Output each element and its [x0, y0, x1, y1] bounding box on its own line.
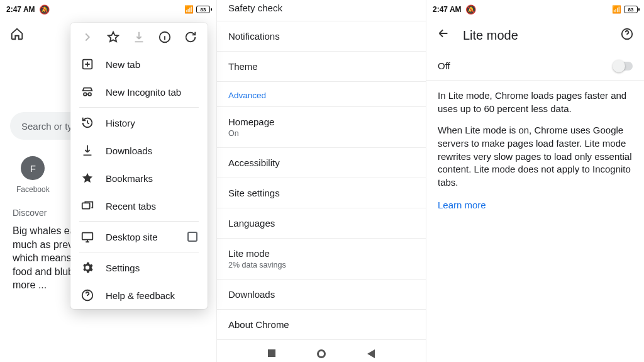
- recent-tabs-icon: [80, 199, 94, 213]
- help-icon[interactable]: [620, 27, 634, 44]
- overflow-menu: New tab New Incognito tab History Downlo…: [70, 23, 208, 309]
- row-safety-check[interactable]: Safety check: [217, 0, 426, 21]
- menu-desktop-site[interactable]: Desktop site: [70, 223, 208, 251]
- section-advanced: Advanced: [217, 82, 426, 107]
- gear-icon: [80, 261, 94, 274]
- battery-icon: 83: [196, 6, 210, 13]
- menu-label: New Incognito tab: [106, 87, 181, 98]
- panel-chrome-home: 2:47 AM 🔕 📶 83 Search or type F Facebook…: [0, 0, 217, 362]
- row-accessibility[interactable]: Accessibility: [217, 148, 426, 178]
- history-icon: [80, 116, 94, 130]
- info-icon[interactable]: [158, 30, 172, 44]
- svg-point-2: [84, 93, 87, 96]
- menu-history[interactable]: History: [70, 109, 208, 137]
- nav-back-icon[interactable]: [367, 349, 375, 358]
- menu-help[interactable]: Help & feedback: [70, 281, 208, 309]
- android-nav-bar: [217, 349, 426, 358]
- status-time: 2:47 AM: [6, 5, 35, 14]
- mute-icon: 🔕: [465, 4, 476, 14]
- incognito-icon: [80, 85, 94, 99]
- app-bar: Lite mode: [426, 19, 644, 53]
- bookmarks-icon: [80, 171, 94, 185]
- menu-label: Settings: [106, 263, 140, 273]
- menu-new-tab[interactable]: New tab: [70, 50, 208, 78]
- shortcut-facebook[interactable]: F Facebook: [16, 156, 50, 194]
- row-languages[interactable]: Languages: [217, 208, 426, 239]
- menu-downloads[interactable]: Downloads: [70, 137, 208, 164]
- menu-label: Recent tabs: [106, 201, 156, 212]
- menu-label: Desktop site: [106, 232, 158, 242]
- star-icon[interactable]: [106, 30, 120, 44]
- back-icon[interactable]: [436, 26, 450, 44]
- svg-rect-5: [82, 233, 93, 240]
- row-site-settings[interactable]: Site settings: [217, 178, 426, 208]
- status-bar: 2:47 AM 🔕 📶 83: [0, 0, 216, 19]
- page-title: Lite mode: [463, 28, 518, 43]
- mute-icon: 🔕: [39, 4, 50, 14]
- menu-recent-tabs[interactable]: Recent tabs: [70, 192, 208, 220]
- panel-settings: Safety check Notifications Theme Advance…: [217, 0, 426, 362]
- lite-mode-toggle-row[interactable]: Off: [426, 53, 644, 81]
- menu-label: Help & feedback: [106, 290, 175, 301]
- svg-point-3: [88, 93, 91, 96]
- menu-incognito[interactable]: New Incognito tab: [70, 78, 208, 106]
- new-tab-icon: [80, 57, 94, 71]
- toggle-switch[interactable]: [614, 62, 633, 71]
- desktop-icon: [80, 230, 94, 244]
- menu-label: Bookmarks: [106, 173, 153, 184]
- download-icon: [132, 30, 146, 44]
- home-icon[interactable]: [10, 27, 24, 41]
- nav-home-icon[interactable]: [317, 349, 326, 358]
- row-about[interactable]: About Chrome: [217, 310, 426, 340]
- panel-lite-mode: 2:47 AM 🔕 📶 83 Lite mode Off In Lite mod…: [426, 0, 644, 362]
- signal-icon: 📶: [184, 5, 194, 14]
- nav-recent-icon[interactable]: [268, 349, 275, 357]
- row-homepage[interactable]: Homepage On: [217, 107, 426, 148]
- lite-description-2: When Lite mode is on, Chrome uses Google…: [426, 115, 644, 189]
- menu-bookmarks[interactable]: Bookmarks: [70, 164, 208, 192]
- row-notifications[interactable]: Notifications: [217, 21, 426, 52]
- shortcut-avatar: F: [21, 156, 45, 180]
- desktop-checkbox[interactable]: [187, 232, 197, 242]
- download-icon: [80, 144, 94, 157]
- learn-more-link[interactable]: Learn more: [426, 189, 644, 220]
- status-bar: 2:47 AM 🔕 📶 83: [426, 0, 644, 19]
- row-theme[interactable]: Theme: [217, 52, 426, 82]
- row-downloads[interactable]: Downloads: [217, 280, 426, 310]
- menu-label: History: [106, 118, 135, 128]
- help-icon: [80, 288, 94, 302]
- forward-icon: [80, 30, 94, 44]
- menu-settings[interactable]: Settings: [70, 254, 208, 281]
- lite-description-1: In Lite mode, Chrome loads pages faster …: [426, 81, 644, 115]
- toggle-state: Off: [438, 60, 450, 71]
- signal-icon: 📶: [612, 5, 621, 14]
- row-lite-mode[interactable]: Lite mode 2% data savings: [217, 239, 426, 280]
- status-time: 2:47 AM: [433, 5, 462, 14]
- shortcut-label: Facebook: [16, 185, 50, 194]
- reload-icon[interactable]: [184, 30, 197, 44]
- menu-label: New tab: [106, 59, 140, 70]
- menu-label: Downloads: [106, 145, 152, 156]
- battery-icon: 83: [624, 6, 638, 13]
- svg-rect-4: [82, 203, 90, 208]
